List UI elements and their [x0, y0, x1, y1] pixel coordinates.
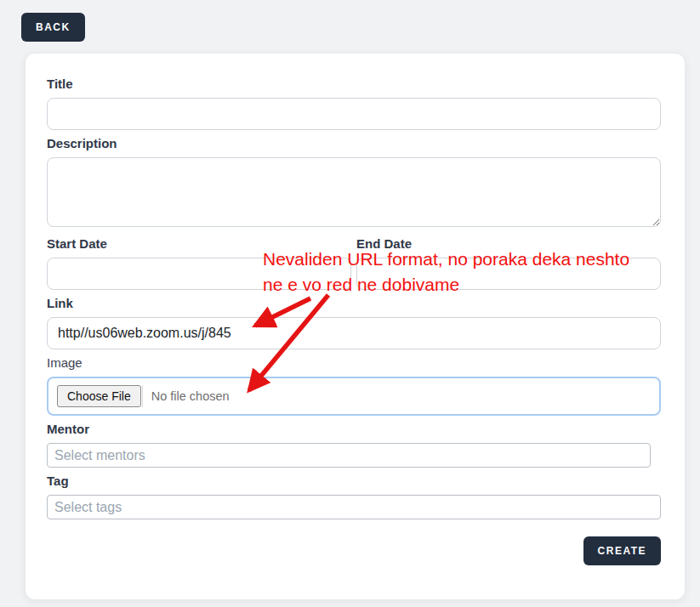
title-input[interactable]: [47, 98, 661, 130]
mentor-field: Mentor: [47, 423, 661, 468]
end-date-label: End Date: [356, 237, 661, 251]
file-input-divider: [142, 385, 143, 407]
back-button[interactable]: BACK: [21, 13, 85, 42]
tag-field: Tag: [47, 474, 661, 519]
description-label: Description: [47, 137, 661, 150]
image-label: Image: [47, 356, 661, 370]
tag-select-input[interactable]: [47, 495, 661, 519]
description-field: Description: [47, 137, 661, 230]
start-date-field: Start Date: [47, 237, 351, 290]
title-field: Title: [47, 77, 661, 130]
title-label: Title: [47, 77, 661, 91]
link-label: Link: [47, 297, 661, 310]
actions-row: CREATE: [47, 536, 661, 565]
tag-label: Tag: [47, 474, 661, 488]
mentor-select-input[interactable]: [47, 443, 651, 468]
end-date-input[interactable]: [356, 258, 661, 290]
page: BACK Title Description Start Date End Da…: [0, 0, 700, 607]
create-button[interactable]: CREATE: [583, 536, 661, 565]
end-date-field: End Date: [356, 237, 661, 290]
image-file-input[interactable]: Choose File No file chosen: [47, 377, 661, 416]
link-field: Link: [47, 297, 661, 349]
choose-file-button[interactable]: Choose File: [57, 385, 141, 407]
file-status-text: No file chosen: [151, 389, 230, 403]
start-date-input[interactable]: [47, 258, 351, 290]
link-input[interactable]: [47, 317, 661, 349]
description-textarea[interactable]: [47, 157, 661, 227]
date-row: Start Date End Date: [47, 237, 661, 290]
start-date-label: Start Date: [47, 237, 351, 251]
form-card: Title Description Start Date End Date Li…: [25, 53, 686, 600]
image-field: Image Choose File No file chosen: [47, 356, 661, 416]
mentor-label: Mentor: [47, 423, 661, 436]
